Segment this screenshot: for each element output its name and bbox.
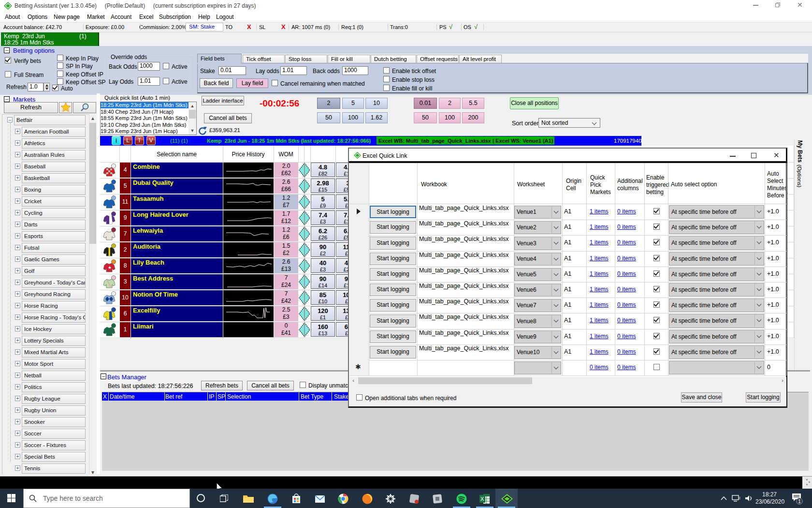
svg-text:★: ★ bbox=[108, 265, 112, 270]
svg-text:X: X bbox=[480, 496, 484, 502]
